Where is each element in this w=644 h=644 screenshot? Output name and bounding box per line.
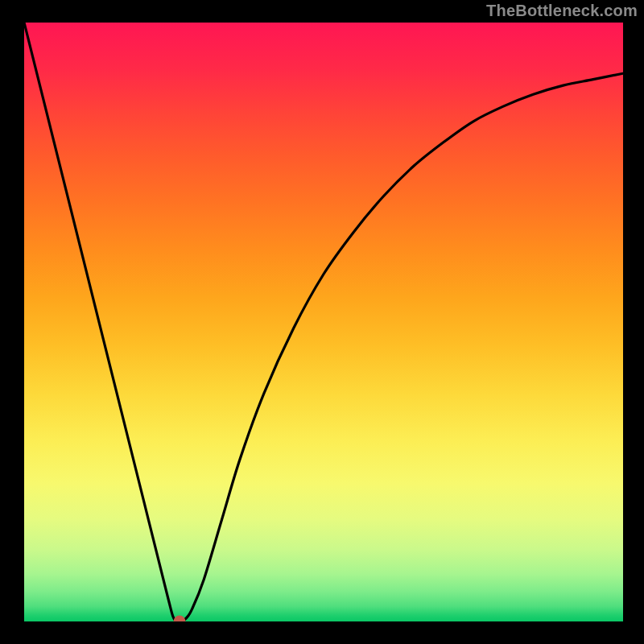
bottleneck-curve [24, 23, 623, 621]
chart-frame: TheBottleneck.com [0, 0, 644, 644]
plot-area [24, 23, 623, 621]
attribution-text: TheBottleneck.com [486, 2, 638, 20]
